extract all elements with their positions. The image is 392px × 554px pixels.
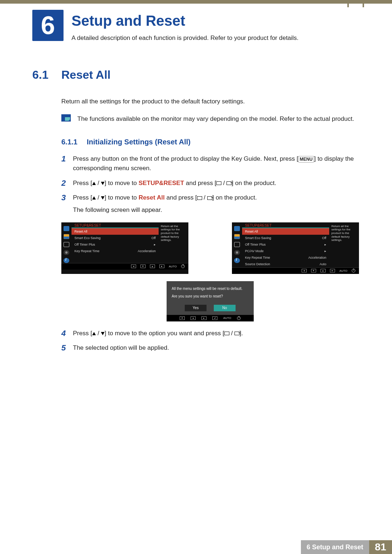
monitor-icon — [234, 226, 240, 231]
step-1-text: Press any button on the front of the pro… — [73, 154, 359, 173]
up-arrow-icon — [92, 332, 96, 335]
osd-item: Key Repeat TimeAcceleration — [242, 254, 329, 261]
chapter-number-box: 6 — [32, 10, 64, 41]
osd-left-nav: ◂ ▾ ▴ ▸ AUTO — [61, 263, 188, 270]
nav-right-icon: ▸ — [201, 316, 207, 320]
nav-right-icon: ▸ — [159, 264, 164, 268]
confirm-yes-button[interactable]: Yes — [185, 305, 207, 311]
gear-icon — [64, 250, 69, 255]
page-top-notch-2 — [363, 0, 364, 7]
osd-item: Source DetectionAuto — [242, 261, 329, 267]
nav-up-icon: ▴ — [320, 269, 326, 272]
power-icon — [352, 269, 355, 272]
osd-item: Off Timer Plus▸ — [242, 241, 329, 248]
step-5-text: The selected option will be applied. — [73, 343, 169, 353]
confirm-message-2: Are you sure you want to reset? — [172, 294, 249, 298]
footer-chapter-label: 6 Setup and Reset — [301, 540, 369, 554]
step-number-3: 3 — [61, 193, 73, 202]
nav-left-icon: ◂ — [191, 316, 196, 320]
size-icon — [64, 242, 69, 247]
enter-icon — [207, 196, 212, 200]
section-number: 6.1 — [32, 68, 61, 82]
section-intro: Return all the settings for the product … — [61, 97, 359, 106]
nav-enter-icon: ↲ — [212, 316, 217, 320]
osd-right-list: Reset AllSmart Eco SavingOffOff Timer Pl… — [242, 228, 329, 267]
down-arrow-icon — [101, 182, 105, 185]
down-arrow-icon — [101, 332, 105, 335]
osd-item: PC/AV Mode▸ — [242, 248, 329, 254]
enter-icon — [226, 181, 232, 185]
osd-left-list: Reset AllSmart Eco SavingOffOff Timer Pl… — [72, 228, 159, 254]
nav-down-icon: ▾ — [311, 269, 316, 272]
size-icon — [234, 242, 240, 247]
step-number-1: 1 — [61, 154, 73, 164]
osd-left-header: SETUP&RESET — [72, 222, 159, 227]
info-icon — [64, 258, 69, 263]
osd-item: Smart Eco SavingOff — [72, 235, 159, 241]
nav-up-icon: ▴ — [150, 264, 155, 268]
page-top-stripe — [0, 0, 392, 4]
nav-auto-label: AUTO — [339, 269, 347, 272]
osd-right-header: SETUP&RESET — [242, 222, 329, 227]
confirm-message-1: All the menu settings will be reset to d… — [172, 286, 249, 291]
osd-item: Smart Eco SavingOff — [242, 235, 329, 241]
confirm-nav: ✕ ◂ ▸ ↲ AUTO — [167, 315, 254, 321]
power-icon — [237, 316, 241, 320]
up-arrow-icon — [92, 196, 96, 200]
nav-auto-label: AUTO — [223, 316, 231, 320]
nav-left-icon: ◂ — [131, 264, 136, 268]
source-icon — [224, 332, 229, 335]
info-icon — [234, 258, 240, 263]
picture-icon — [64, 234, 69, 239]
subsection-number: 6.1.1 — [61, 138, 87, 146]
nav-down-icon: ▾ — [140, 264, 146, 268]
section-title: Reset All — [61, 68, 111, 82]
nav-right-icon: ▸ — [330, 269, 335, 272]
osd-item: Off Timer Plus▸ — [72, 241, 159, 248]
osd-left-sidebar — [61, 222, 72, 263]
subsection-title: Initializing Settings (Reset All) — [87, 138, 191, 146]
page-footer: 6 Setup and Reset 81 — [0, 540, 392, 554]
osd-item: Reset All — [72, 228, 159, 235]
monitor-icon — [64, 226, 69, 231]
source-icon — [197, 196, 202, 200]
source-icon — [216, 181, 221, 185]
section-note: The functions available on the monitor m… — [77, 114, 354, 124]
step-2-text: Press [ / ] to move to SETUP&RESET and p… — [73, 178, 276, 188]
up-arrow-icon — [92, 182, 96, 185]
chapter-title: Setup and Reset — [72, 13, 299, 29]
osd-screens-row: SETUP&RESET Reset AllSmart Eco SavingOff… — [61, 222, 359, 274]
osd-right-nav: ◂ ▾ ▴ ▸ AUTO — [232, 267, 359, 274]
osd-item: Reset All — [242, 228, 329, 235]
nav-auto-label: AUTO — [169, 265, 177, 268]
page-top-notch-1 — [347, 0, 349, 7]
confirm-dialog: All the menu settings will be reset to d… — [167, 281, 254, 321]
step-4-text: Press [ / ] to move to the option you wa… — [73, 329, 243, 338]
gear-icon — [234, 250, 240, 255]
step-number-5: 5 — [61, 343, 73, 353]
step-3-text: Press [ / ] to move to Reset All and pre… — [73, 193, 257, 215]
chapter-subtitle: A detailed description of each function … — [72, 34, 299, 42]
osd-left-desc: Return all the settings for the product … — [159, 222, 188, 263]
confirm-no-button[interactable]: No — [214, 305, 236, 311]
step-number-2: 2 — [61, 178, 73, 188]
osd-right: SETUP&RESET Reset AllSmart Eco SavingOff… — [232, 222, 359, 274]
osd-right-desc: Return all the settings for the product … — [329, 222, 359, 267]
nav-close-icon: ✕ — [180, 316, 185, 320]
power-icon — [181, 264, 185, 268]
menu-key: MENU — [298, 156, 314, 163]
osd-item: Key Repeat TimeAcceleration — [72, 248, 159, 254]
enter-icon — [234, 332, 240, 335]
footer-page-number: 81 — [369, 540, 392, 554]
down-arrow-icon — [101, 196, 105, 200]
picture-icon — [234, 234, 240, 239]
step-number-4: 4 — [61, 329, 73, 338]
osd-left: SETUP&RESET Reset AllSmart Eco SavingOff… — [61, 222, 188, 274]
note-icon — [61, 114, 71, 122]
nav-left-icon: ◂ — [302, 269, 307, 272]
osd-right-sidebar — [232, 222, 242, 267]
